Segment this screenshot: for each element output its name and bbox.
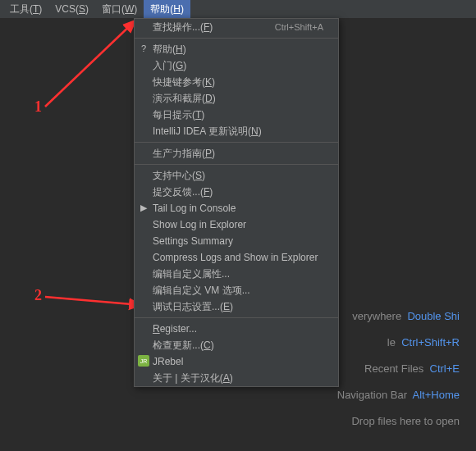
- menu-item[interactable]: Compress Logs and Show in Explorer: [135, 249, 338, 266]
- menu-item[interactable]: ▶Tail Log in Console: [135, 200, 338, 216]
- menu-tools[interactable]: 工具(T): [3, 0, 48, 19]
- menu-separator: [135, 164, 338, 165]
- jrebel-icon: JR: [138, 355, 149, 367]
- menu-item[interactable]: 每日提示(T): [135, 107, 338, 123]
- menu-item-label: Compress Logs and Show in Explorer: [153, 252, 323, 263]
- menu-item-label: 调试日志设置...(E): [153, 300, 323, 314]
- menu-item[interactable]: IntelliJ IDEA 更新说明(N): [135, 123, 338, 139]
- hint-go-to-file: le Ctrl+Shift+R: [337, 330, 460, 356]
- menu-item[interactable]: 提交反馈...(F): [135, 184, 338, 200]
- menu-item[interactable]: 检查更新...(C): [135, 337, 338, 353]
- menu-item-shortcut: Ctrl+Shift+A: [275, 22, 323, 32]
- menu-item[interactable]: 编辑自定义属性...: [135, 266, 338, 282]
- hint-search-everywhere: verywhere Double Shi: [337, 303, 460, 330]
- menu-item-label: Show Log in Explorer: [153, 219, 323, 230]
- menu-item[interactable]: Settings Summary: [135, 233, 338, 249]
- menu-item-label: 编辑自定义 VM 选项...: [153, 284, 323, 298]
- menu-item-label: 快捷键参考(K): [153, 75, 323, 89]
- menu-item-label: 编辑自定义属性...: [153, 267, 323, 281]
- menu-item-label: 入门(G): [153, 59, 323, 73]
- menu-item-label: JRebel: [153, 356, 323, 367]
- menu-item[interactable]: 关于 | 关于汉化(A): [135, 370, 338, 386]
- svg-line-0: [45, 20, 135, 107]
- menu-item-label: 帮助(H): [153, 43, 323, 57]
- menu-item[interactable]: 入门(G): [135, 57, 338, 74]
- menubar: 工具(T) VCS(S) 窗口(W) 帮助(H): [0, 0, 476, 18]
- menu-item[interactable]: JRJRebel: [135, 353, 338, 370]
- menu-window[interactable]: 窗口(W): [95, 0, 144, 19]
- menu-item[interactable]: 查找操作...(F)Ctrl+Shift+A: [135, 19, 338, 35]
- menu-item-label: 检查更新...(C): [153, 339, 323, 353]
- menu-item[interactable]: Register...: [135, 321, 338, 337]
- play-icon: ▶: [138, 202, 149, 213]
- menu-item-label: Register...: [153, 323, 323, 335]
- help-icon: ?: [138, 43, 149, 54]
- menu-separator: [135, 38, 338, 39]
- menu-item-label: 关于 | 关于汉化(A): [153, 371, 323, 385]
- menu-item[interactable]: 编辑自定义 VM 选项...: [135, 282, 338, 298]
- menu-separator: [135, 142, 338, 143]
- menu-item-label: IntelliJ IDEA 更新说明(N): [153, 125, 323, 139]
- menu-item-label: Tail Log in Console: [153, 203, 323, 214]
- menu-item[interactable]: 支持中心(S): [135, 167, 338, 184]
- annotation-1: 1: [34, 98, 42, 116]
- menu-help[interactable]: 帮助(H): [144, 0, 190, 19]
- menu-item[interactable]: 调试日志设置...(E): [135, 298, 338, 315]
- menu-vcs[interactable]: VCS(S): [48, 1, 95, 17]
- annotation-2: 2: [34, 287, 42, 304]
- hint-drop-files: Drop files here to open: [337, 408, 460, 435]
- welcome-hints: verywhere Double Shi le Ctrl+Shift+R Rec…: [337, 303, 460, 435]
- menu-item-label: 生产力指南(P): [153, 147, 323, 161]
- svg-line-1: [45, 297, 141, 305]
- help-dropdown: 查找操作...(F)Ctrl+Shift+A?帮助(H)入门(G)快捷键参考(K…: [134, 18, 339, 387]
- menu-item[interactable]: ?帮助(H): [135, 41, 338, 57]
- hint-recent-files: Recent Files Ctrl+E: [337, 356, 460, 382]
- menu-item-label: 支持中心(S): [153, 169, 323, 183]
- hint-navigation-bar: Navigation Bar Alt+Home: [337, 382, 460, 408]
- menu-separator: [135, 317, 338, 318]
- menu-item-label: 每日提示(T): [153, 108, 323, 122]
- menu-item-label: Settings Summary: [153, 235, 323, 247]
- menu-item[interactable]: 生产力指南(P): [135, 145, 338, 162]
- menu-item[interactable]: 快捷键参考(K): [135, 74, 338, 90]
- menu-item-label: 查找操作...(F): [153, 20, 275, 34]
- menu-item[interactable]: Show Log in Explorer: [135, 216, 338, 233]
- menu-item[interactable]: 演示和截屏(D): [135, 90, 338, 107]
- menu-item-label: 提交反馈...(F): [153, 185, 323, 199]
- menu-item-label: 演示和截屏(D): [153, 92, 323, 106]
